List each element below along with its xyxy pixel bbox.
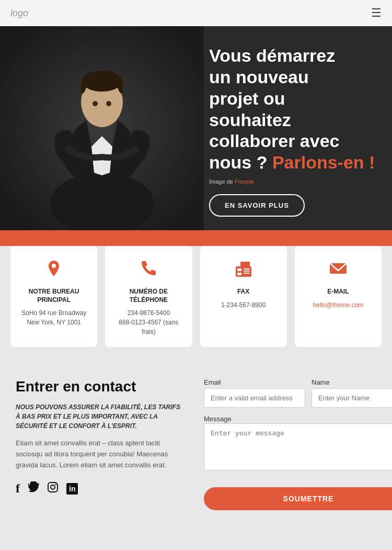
svg-rect-10 xyxy=(244,268,250,270)
card-phone-title: NUMÉRO DETÉLÉPHONE xyxy=(113,288,184,304)
hero-image xyxy=(0,26,204,230)
logo: logo xyxy=(10,8,28,19)
contact-body: Etiam sit amet convallis erat – class ap… xyxy=(16,438,183,470)
contact-subtitle: NOUS POUVONS ASSURER LA FIABILITÉ, LES T… xyxy=(16,402,183,431)
message-textarea[interactable] xyxy=(204,423,392,470)
contact-form: Email Name Message SOUMETTRE xyxy=(204,378,392,510)
contact-title: Entrer en contact xyxy=(16,378,183,395)
svg-rect-8 xyxy=(240,262,250,268)
card-fax-title: FAX xyxy=(208,288,279,296)
header: logo ☰ xyxy=(0,0,392,26)
hero-section: Vous démarrez un nouveau projet ou souha… xyxy=(0,26,392,230)
facebook-icon[interactable]: f xyxy=(16,481,20,496)
svg-point-17 xyxy=(55,484,56,485)
hero-cta-button[interactable]: EN SAVOIR PLUS xyxy=(209,194,305,217)
card-email-content: hello@theme.com xyxy=(303,300,374,310)
fax-icon xyxy=(208,259,279,283)
form-group-name: Name xyxy=(312,378,392,408)
social-icons: f in xyxy=(16,481,183,496)
card-email-title: E-MAIL xyxy=(303,288,374,296)
card-fax-content: 1-234-567-8900 xyxy=(208,300,279,310)
contact-left: Entrer en contact NOUS POUVONS ASSURER L… xyxy=(16,378,183,510)
email-input[interactable] xyxy=(204,388,305,408)
instagram-icon[interactable] xyxy=(47,481,59,496)
card-phone: NUMÉRO DETÉLÉPHONE 234-9876-5400888-0123… xyxy=(105,246,192,347)
message-label: Message xyxy=(204,415,232,423)
card-fax: FAX 1-234-567-8900 xyxy=(200,246,287,347)
card-bureau-title: NOTRE BUREAUPRINCIPAL xyxy=(18,288,89,304)
email-link[interactable]: hello@theme.com xyxy=(313,301,363,309)
svg-rect-9 xyxy=(237,268,241,271)
svg-rect-11 xyxy=(244,271,250,272)
twitter-icon[interactable] xyxy=(28,481,39,496)
hero-title-accent: Parlons-en ! xyxy=(272,152,375,172)
name-input[interactable] xyxy=(312,388,392,408)
location-icon xyxy=(18,259,89,283)
email-label: Email xyxy=(204,378,305,386)
hero-title: Vous démarrez un nouveau projet ou souha… xyxy=(209,45,376,173)
linkedin-icon[interactable]: in xyxy=(66,483,78,495)
phone-icon xyxy=(113,259,184,283)
form-row-email-name: Email Name xyxy=(204,378,392,408)
hamburger-icon[interactable]: ☰ xyxy=(371,6,382,20)
hero-content: Vous démarrez un nouveau projet ou souha… xyxy=(193,26,392,230)
card-bureau-content: SoHo 94 rue Broadway New York, NY 1001 xyxy=(18,308,89,327)
svg-point-16 xyxy=(51,485,55,489)
hero-image-credit: Image de Freepik xyxy=(209,178,376,185)
card-email: E-MAIL hello@theme.com xyxy=(295,246,382,347)
email-icon xyxy=(303,259,374,283)
svg-point-6 xyxy=(106,101,111,106)
cards-grid: NOTRE BUREAUPRINCIPAL SoHo 94 rue Broadw… xyxy=(10,246,382,347)
freepik-link[interactable]: Freepik xyxy=(235,178,254,185)
name-label: Name xyxy=(312,378,392,386)
svg-point-5 xyxy=(93,101,98,106)
spacer xyxy=(0,531,392,550)
card-phone-content: 234-9876-5400888-0123-4567 (sans frais) xyxy=(113,308,184,336)
submit-button[interactable]: SOUMETTRE xyxy=(204,487,392,510)
form-group-email: Email xyxy=(204,378,305,408)
form-group-message: Message xyxy=(204,414,392,480)
contact-section: Entrer en contact NOUS POUVONS ASSURER L… xyxy=(0,363,392,531)
svg-rect-13 xyxy=(237,273,241,275)
card-bureau: NOTRE BUREAUPRINCIPAL SoHo 94 rue Broadw… xyxy=(10,246,97,347)
svg-rect-12 xyxy=(244,273,250,274)
cards-section: NOTRE BUREAUPRINCIPAL SoHo 94 rue Broadw… xyxy=(0,246,392,363)
